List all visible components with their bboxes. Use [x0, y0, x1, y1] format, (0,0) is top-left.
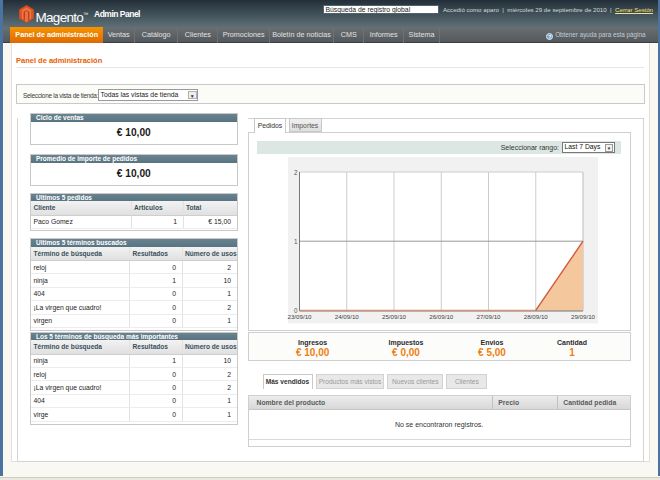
svg-text:25/09/10: 25/09/10 [382, 312, 407, 319]
svg-text:2: 2 [294, 168, 298, 175]
svg-text:26/09/10: 26/09/10 [429, 312, 454, 319]
svg-text:24/09/10: 24/09/10 [335, 312, 360, 319]
svg-text:27/09/10: 27/09/10 [476, 312, 501, 319]
svg-text:23/09/10: 23/09/10 [287, 312, 312, 319]
svg-text:1: 1 [294, 237, 298, 244]
svg-text:29/09/10: 29/09/10 [571, 312, 596, 319]
svg-text:28/09/10: 28/09/10 [524, 312, 549, 319]
